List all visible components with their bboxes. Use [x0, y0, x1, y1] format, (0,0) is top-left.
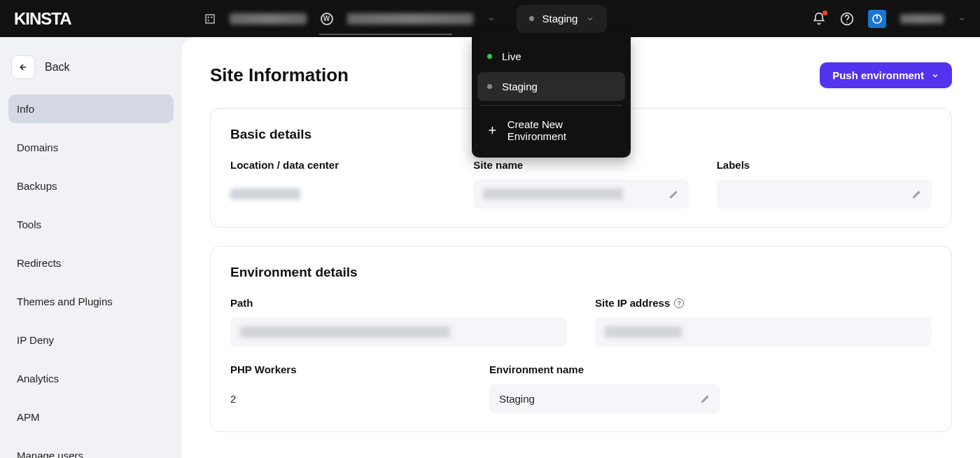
site-name-redacted [347, 13, 473, 25]
svg-rect-0 [206, 15, 214, 23]
sidebar-item-backups[interactable]: Backups [8, 172, 174, 200]
user-avatar[interactable] [868, 10, 886, 28]
php-workers-label: PHP Workers [230, 363, 461, 375]
sidebar: Back Info Domains Backups Tools Redirect… [0, 37, 182, 458]
chevron-down-icon[interactable] [958, 15, 966, 23]
company-icon[interactable] [204, 13, 216, 25]
dropdown-item-label: Staging [502, 81, 538, 92]
ip-field [595, 317, 932, 347]
labels-label: Labels [717, 159, 932, 171]
chevron-down-icon [931, 71, 939, 80]
notifications-button[interactable] [812, 12, 826, 26]
username-redacted [900, 14, 944, 24]
envname-value: Staging [499, 393, 535, 405]
environment-details-card: Environment details Path Site IP address… [210, 246, 952, 432]
divider [480, 105, 622, 106]
ip-label-text: Site IP address [595, 297, 670, 309]
sidebar-item-info[interactable]: Info [8, 95, 174, 123]
sidebar-item-redirects[interactable]: Redirects [8, 249, 174, 277]
ip-label: Site IP address ? [595, 297, 932, 309]
wordpress-icon[interactable]: W [321, 13, 333, 25]
labels-field[interactable] [717, 179, 932, 209]
environment-details-heading: Environment details [230, 265, 932, 280]
plus-icon [487, 125, 498, 136]
location-value-redacted [230, 188, 300, 200]
envname-field[interactable]: Staging [489, 384, 720, 413]
page-title: Site Information [210, 64, 349, 86]
location-label: Location / data center [230, 159, 445, 171]
status-dot-live-icon [487, 54, 492, 59]
push-environment-label: Push environment [832, 69, 924, 81]
dropdown-item-label: Live [502, 50, 522, 62]
path-field [230, 317, 567, 347]
arrow-left-icon [18, 62, 28, 72]
sitename-field[interactable] [473, 179, 688, 209]
envname-label: Environment name [489, 363, 720, 375]
edit-icon[interactable] [912, 189, 922, 199]
edit-icon[interactable] [669, 189, 679, 199]
dropdown-item-staging[interactable]: Staging [477, 72, 625, 101]
svg-rect-3 [207, 20, 209, 21]
help-icon[interactable] [840, 12, 854, 26]
dropdown-create-env[interactable]: Create New Environment [477, 110, 625, 151]
path-label: Path [230, 297, 567, 309]
sidebar-item-ip-deny[interactable]: IP Deny [8, 326, 174, 354]
sitename-value-redacted [483, 188, 623, 200]
environment-selector[interactable]: Staging [517, 5, 608, 33]
back-label: Back [45, 61, 70, 74]
info-icon[interactable]: ? [674, 298, 684, 308]
svg-rect-1 [207, 16, 209, 18]
kinsta-logo[interactable]: KINSTA [14, 9, 71, 29]
push-environment-button[interactable]: Push environment [820, 62, 952, 88]
sidebar-item-manage-users[interactable]: Manage users [8, 441, 174, 458]
sidebar-item-domains[interactable]: Domains [8, 133, 174, 162]
dropdown-item-live[interactable]: Live [477, 42, 625, 71]
topbar: KINSTA W Staging [0, 0, 980, 37]
svg-point-5 [846, 21, 848, 22]
sidebar-item-tools[interactable]: Tools [8, 210, 174, 239]
environment-selector-label: Staging [542, 13, 578, 25]
path-value-redacted [240, 326, 450, 338]
environment-dropdown: Live Staging Create New Environment [472, 35, 631, 158]
status-dot-icon [529, 16, 534, 21]
ip-value-redacted [605, 326, 682, 338]
sidebar-item-themes-plugins[interactable]: Themes and Plugins [8, 287, 174, 316]
back-button[interactable] [11, 55, 35, 79]
dropdown-create-label: Create New Environment [507, 118, 615, 142]
svg-rect-2 [211, 16, 212, 18]
sidebar-item-analytics[interactable]: Analytics [8, 364, 174, 393]
php-workers-value: 2 [230, 384, 461, 413]
notification-badge [822, 11, 827, 15]
sitename-label: Site name [473, 159, 688, 171]
status-dot-staging-icon [487, 84, 492, 89]
company-name-redacted [230, 13, 307, 25]
chevron-down-icon [586, 15, 594, 23]
sidebar-item-apm[interactable]: APM [8, 403, 174, 431]
active-tab-underline [319, 34, 452, 35]
chevron-down-icon[interactable] [487, 15, 496, 23]
edit-icon[interactable] [701, 394, 710, 403]
